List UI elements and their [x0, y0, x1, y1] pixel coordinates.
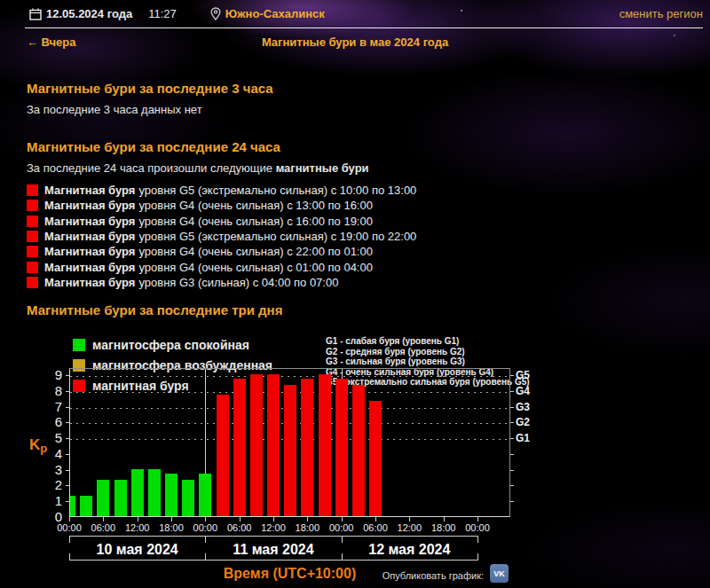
x-tick-mark [477, 517, 478, 521]
y-tick-mark [66, 470, 69, 471]
g-level-label: G4 [516, 385, 546, 397]
nav-row: ← Вчера Магнитные бури в мае 2024 года [0, 35, 710, 55]
kp-bar [165, 474, 178, 516]
storm-item: Магнитная буряуровня G4 (очень сильная) … [27, 244, 710, 259]
kp-bar [182, 480, 194, 516]
kp-bar [217, 395, 229, 516]
section-title-three-days: Магнитные бури за последние три дня [27, 302, 710, 318]
x-tick-mark [103, 517, 104, 521]
x-tick-mark [171, 517, 172, 521]
storm-marker-icon [27, 277, 38, 288]
x-tick-mark [205, 517, 206, 521]
section-title-last-3h: Магнитные бури за последние 3 часа [27, 81, 710, 96]
storm-item: Магнитная буряуровня G4 (очень сильная) … [27, 259, 710, 274]
page-title: Магнитные бури в мае 2024 года [0, 35, 710, 49]
y-tick-label: 2 [36, 477, 62, 492]
x-tick-mark [375, 517, 376, 521]
day-label: 11 мая 2024 [205, 540, 341, 560]
legend-item-quiet: магнитосфера спокойная [73, 334, 272, 355]
y-tick-label: 7 [36, 399, 62, 414]
y-tick-label: 9 [36, 367, 62, 382]
kp-bar [352, 385, 365, 516]
storm-marker-icon [27, 200, 38, 211]
publish-label: Опубликовать график: [284, 570, 484, 581]
storm-marker-icon [27, 231, 38, 242]
storm-marker-icon [27, 184, 38, 196]
kp-bar [199, 474, 211, 516]
x-tick-mark [307, 517, 308, 521]
day-label: 12 мая 2024 [342, 540, 477, 560]
y-tick-mark [510, 470, 514, 471]
day-label: 10 мая 2024 [69, 540, 205, 560]
current-time: 11:27 [148, 7, 177, 20]
kp-chart: Kp Время (UTC+10:00) Опубликовать график… [0, 368, 710, 588]
kp-bar [233, 379, 246, 516]
y-tick-mark [510, 454, 514, 455]
storm-item: Магнитная буряуровня G5 (экстремально си… [27, 183, 710, 198]
bracket-tick [477, 536, 478, 543]
last-3h-status: За последние 3 часа данных нет [27, 103, 710, 116]
bracket-tick [477, 553, 478, 561]
kp-bar [148, 469, 161, 516]
x-tick-mark [138, 517, 138, 521]
current-date: 12.05.2024 года [46, 7, 132, 20]
kp-bar [369, 401, 382, 516]
g-level-desc: G1 - слабая буря (уровень G1) [326, 336, 530, 347]
top-bar: 12.05.2024 года 11:27 Южно-Сахалинск сме… [25, 0, 703, 28]
storm-item: Магнитная буряуровня G4 (очень сильная) … [27, 198, 710, 213]
quiet-color-swatch-icon [73, 339, 85, 351]
y-tick-mark [510, 407, 514, 408]
y-tick-mark [66, 485, 69, 486]
kp-bar [97, 480, 109, 516]
g-level-label: G2 [516, 416, 546, 428]
x-tick-mark [69, 517, 70, 521]
y-tick-label: 1 [36, 493, 62, 508]
grid-line [70, 376, 509, 377]
current-city: Южно-Сахалинск [225, 7, 325, 20]
storm-marker-icon [27, 216, 38, 227]
y-tick-label: 4 [36, 446, 62, 461]
yesterday-link[interactable]: ← Вчера [27, 35, 75, 49]
kp-bar [69, 496, 75, 516]
y-tick-label: 3 [36, 462, 62, 477]
y-tick-label: 8 [36, 383, 62, 398]
kp-bar [319, 374, 331, 516]
kp-bar [114, 480, 127, 516]
storm-marker-icon [27, 246, 38, 257]
y-tick-mark [510, 422, 514, 423]
y-tick-mark [66, 501, 69, 502]
kp-bar [131, 469, 144, 516]
plot-area [69, 368, 510, 517]
y-tick-mark [66, 391, 69, 392]
last-24h-intro: За последние 24 часа произошли следующие… [27, 161, 710, 175]
kp-bar [267, 374, 280, 516]
y-tick-label: 5 [36, 430, 62, 445]
x-tick-label: 00:00 [458, 522, 497, 533]
kp-bar [284, 385, 296, 516]
change-region-link[interactable]: сменить регион [619, 7, 703, 20]
storm-list: Магнитная буряуровня G5 (экстремально си… [27, 183, 710, 290]
x-tick-mark [409, 517, 410, 521]
y-tick-mark [66, 375, 69, 376]
vk-share-icon[interactable]: VK [490, 564, 509, 583]
g-level-label: G1 [516, 432, 546, 444]
y-tick-mark [510, 438, 514, 439]
section-title-last-24h: Магнитные бури за последние 24 часа [27, 139, 710, 154]
storm-item: Магнитная буряуровня G3 (сильная) с 04:0… [27, 275, 710, 290]
day-bracket-top [69, 536, 477, 537]
kp-bar [335, 379, 348, 516]
g-level-desc: G3 - сильная буря (уровень G3) [326, 357, 530, 367]
g-level-label: G3 [516, 401, 546, 413]
x-tick-mark [444, 517, 445, 521]
x-tick-mark [342, 517, 343, 521]
g-level-desc: G2 - средняя буря (уровень G2) [326, 347, 530, 357]
storm-marker-icon [27, 262, 38, 273]
storm-item: Магнитная буряуровня G4 (очень сильная) … [27, 214, 710, 229]
calendar-icon [29, 8, 42, 20]
x-tick-mark [273, 517, 274, 521]
kp-bar [301, 379, 313, 516]
y-tick-mark [510, 375, 514, 376]
day-bracket-bottom [69, 560, 477, 561]
location-pin-icon [210, 7, 221, 20]
y-tick-mark [510, 501, 514, 502]
